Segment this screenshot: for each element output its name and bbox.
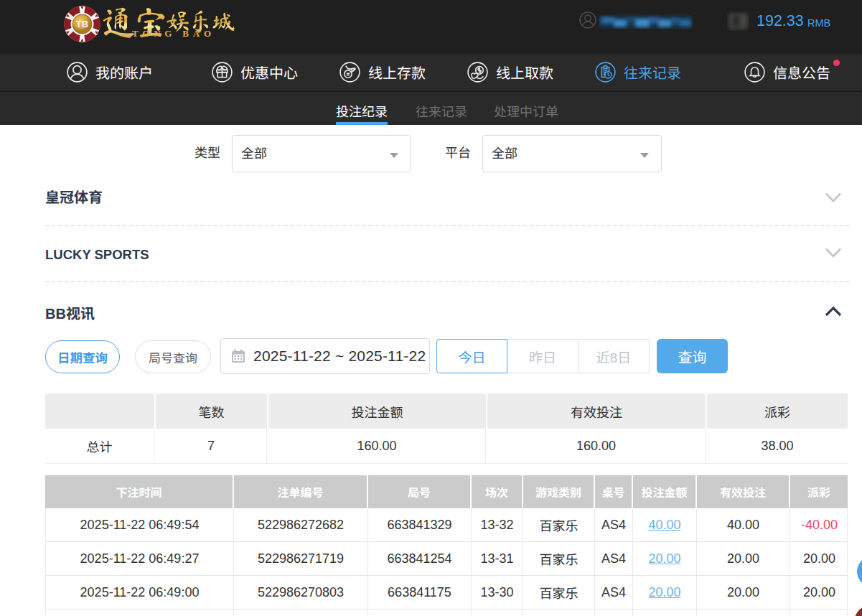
svg-text:TB: TB — [76, 19, 88, 29]
